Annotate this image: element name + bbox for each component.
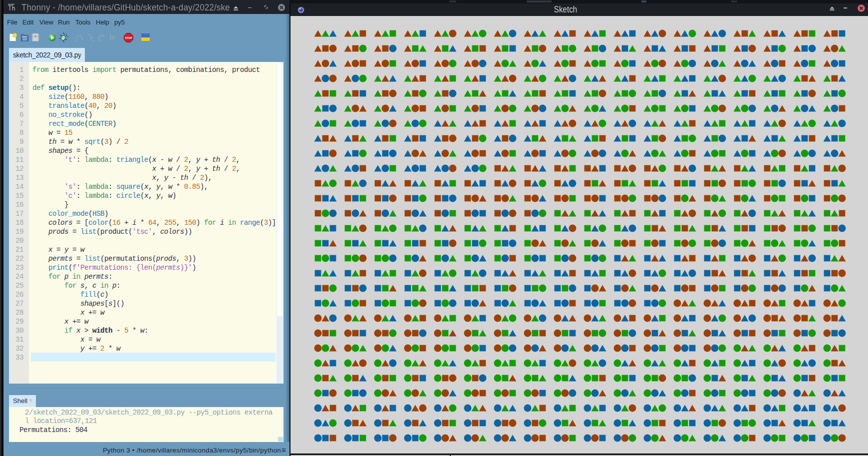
- svg-text:STOP: STOP: [125, 36, 132, 39]
